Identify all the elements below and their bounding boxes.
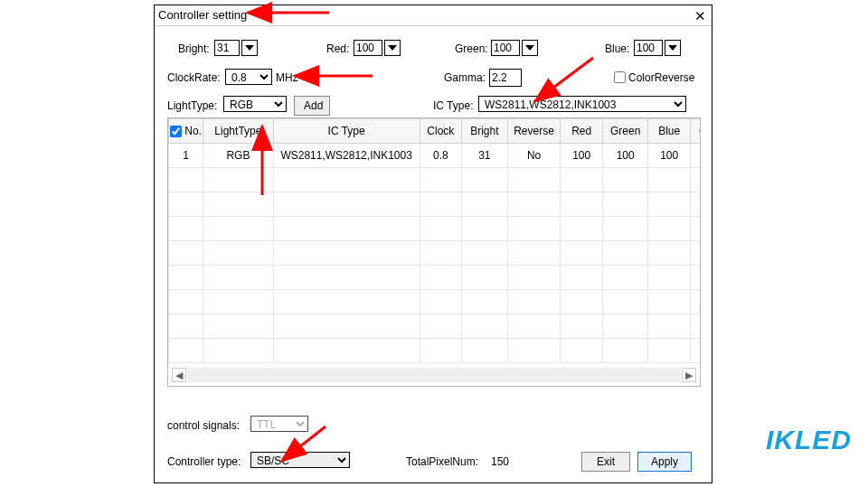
table-row[interactable]: 1 RGB WS2811,WS2812,INK1003 0.8 31 No 10… (169, 144, 702, 168)
bright-label: Bright: (178, 42, 210, 55)
red-label: Red: (326, 42, 349, 55)
color-reverse-label: ColorReverse (628, 71, 694, 84)
blue-dropdown-icon[interactable] (665, 40, 681, 56)
red-input[interactable] (354, 40, 382, 56)
green-label: Green: (455, 42, 488, 55)
green-input[interactable] (491, 40, 520, 56)
col-bright: Bright (462, 119, 508, 144)
bright-input[interactable] (214, 40, 240, 56)
gamma-input[interactable] (489, 69, 522, 87)
col-no: No. (184, 125, 202, 137)
color-reverse-checkbox[interactable] (614, 71, 626, 83)
control-signals-select: TTL (250, 416, 308, 432)
col-green: Green (602, 119, 648, 144)
controller-type-select[interactable]: SB/SC (250, 452, 350, 468)
controller-type-label: Controller type: (167, 455, 241, 468)
scroll-right-icon[interactable]: ▶ (682, 368, 696, 382)
blue-label: Blue: (605, 42, 629, 55)
col-red: Red (561, 119, 602, 144)
col-gamma-trunc: G: (690, 119, 701, 144)
green-dropdown-icon[interactable] (522, 40, 538, 56)
red-dropdown-icon[interactable] (384, 40, 401, 56)
scroll-track[interactable] (187, 368, 681, 382)
col-lighttype: LightType (203, 119, 273, 144)
apply-button[interactable]: Apply (637, 452, 692, 472)
select-all-checkbox[interactable] (170, 126, 182, 137)
controller-setting-dialog: Controller setting ✕ Bright: Red: Green:… (154, 5, 712, 483)
col-ictype: IC Type (273, 119, 420, 144)
col-blue: Blue (648, 119, 690, 144)
window-title: Controller setting (158, 8, 247, 22)
table-header-row: No. LightType IC Type Clock Bright Rever… (169, 119, 702, 144)
control-signals-label: control signals: (167, 419, 240, 432)
total-pixel-num-label: TotalPixelNum: (406, 455, 478, 468)
config-table: No. LightType IC Type Clock Bright Rever… (167, 117, 701, 387)
col-reverse: Reverse (507, 119, 561, 144)
mhz-label: MHz (276, 71, 298, 84)
bright-dropdown-icon[interactable] (241, 40, 258, 56)
scroll-left-icon[interactable]: ◀ (172, 368, 186, 382)
horizontal-scrollbar[interactable]: ◀ ▶ (172, 368, 696, 382)
col-clock: Clock (420, 119, 461, 144)
blue-input[interactable] (634, 40, 663, 56)
gamma-label: Gamma: (444, 71, 486, 84)
titlebar: Controller setting ✕ (155, 5, 712, 26)
clockrate-label: ClockRate: (167, 71, 221, 84)
add-button[interactable]: Add (294, 96, 330, 116)
watermark-logo: IKLED (766, 425, 852, 455)
ictype-label: IC Type: (433, 99, 473, 112)
lighttype-label: LightType: (167, 99, 217, 112)
clockrate-select[interactable]: 0.8 (225, 69, 272, 85)
exit-button[interactable]: Exit (581, 452, 630, 472)
lighttype-select[interactable]: RGB (223, 96, 287, 112)
ictype-select[interactable]: WS2811,WS2812,INK1003 (478, 96, 686, 112)
close-icon[interactable]: ✕ (694, 8, 706, 24)
total-pixel-num-value: 150 (491, 455, 509, 468)
